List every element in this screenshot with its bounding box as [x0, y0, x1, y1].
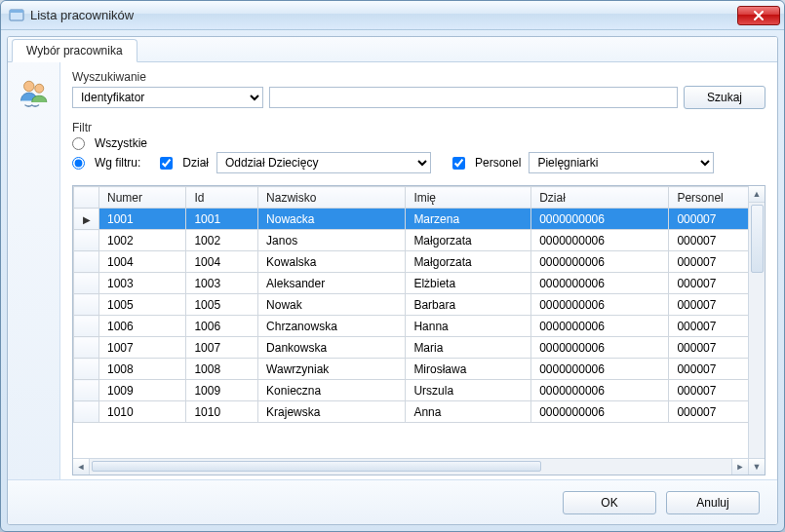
- filter-all-radio[interactable]: [72, 137, 85, 150]
- main-panel: Wyszukiwanie Identyfikator Szukaj Filtr …: [60, 62, 777, 479]
- row-indicator: [74, 251, 99, 273]
- cell-imie: Anna: [406, 401, 531, 423]
- personel-checkbox[interactable]: [452, 157, 465, 170]
- cell-nazwisko: Kowalska: [258, 251, 406, 273]
- hscroll-thumb[interactable]: [92, 461, 541, 472]
- search-button[interactable]: Szukaj: [684, 86, 765, 109]
- cell-numer: 1007: [99, 337, 186, 359]
- cell-imie: Maria: [406, 337, 531, 359]
- personel-checkbox-label: Personel: [475, 156, 521, 170]
- cell-dzial: 0000000006: [531, 316, 669, 337]
- sidebar: [8, 62, 60, 479]
- col-personel[interactable]: Personel: [669, 187, 748, 209]
- cell-id: 1002: [186, 230, 258, 251]
- dzial-checkbox-label: Dział: [182, 156, 209, 170]
- cell-id: 1001: [186, 209, 258, 230]
- cell-id: 1006: [186, 316, 258, 337]
- filter-by-radio[interactable]: [72, 157, 85, 170]
- cell-nazwisko: Janos: [258, 230, 406, 251]
- scroll-up-icon[interactable]: ▲: [749, 186, 765, 203]
- filter-all-label: Wszystkie: [95, 136, 147, 150]
- table-row[interactable]: 10101010KrajewskaAnna0000000006000007: [74, 401, 749, 423]
- horizontal-scrollbar[interactable]: ◄ ►: [73, 458, 748, 475]
- window: Lista pracowników Wybór pracownika: [0, 0, 785, 532]
- row-indicator: [74, 230, 99, 251]
- cell-numer: 1010: [99, 401, 186, 423]
- table-row[interactable]: 10041004KowalskaMałgorzata00000000060000…: [74, 251, 749, 273]
- svg-rect-1: [10, 10, 23, 13]
- tabbar: Wybór pracownika: [8, 37, 777, 62]
- cell-imie: Elżbieta: [406, 273, 531, 294]
- cell-imie: Małgorzata: [406, 230, 531, 251]
- cell-personel: 000007: [669, 401, 748, 423]
- tab-wybor-pracownika[interactable]: Wybór pracownika: [12, 39, 137, 62]
- cell-nazwisko: Aleksander: [258, 273, 406, 294]
- search-input[interactable]: [269, 87, 678, 108]
- cell-nazwisko: Chrzanowska: [258, 316, 406, 337]
- svg-point-3: [34, 84, 43, 93]
- employees-icon: [17, 76, 52, 479]
- cancel-button[interactable]: Anuluj: [666, 491, 760, 514]
- table-row[interactable]: 10031003AleksanderElżbieta00000000060000…: [74, 273, 749, 294]
- table-row[interactable]: 10011001NowackaMarzena0000000006000007: [74, 209, 749, 230]
- col-nazwisko[interactable]: Nazwisko: [258, 187, 406, 209]
- col-dzial[interactable]: Dział: [531, 187, 669, 209]
- search-field-select[interactable]: Identyfikator: [72, 87, 263, 108]
- vertical-scrollbar[interactable]: ▲ ▼: [748, 186, 765, 475]
- cell-numer: 1008: [99, 359, 186, 380]
- cell-id: 1009: [186, 380, 258, 401]
- cell-nazwisko: Dankowska: [258, 337, 406, 359]
- table-row[interactable]: 10091009KoniecznaUrszula0000000006000007: [74, 380, 749, 401]
- table-row[interactable]: 10051005NowakBarbara0000000006000007: [74, 294, 749, 316]
- row-indicator: [74, 209, 99, 230]
- table-row[interactable]: 10071007DankowskaMaria0000000006000007: [74, 337, 749, 359]
- table-row[interactable]: 10061006ChrzanowskaHanna0000000006000007: [74, 316, 749, 337]
- search-group-label: Wyszukiwanie: [72, 70, 765, 84]
- cell-numer: 1001: [99, 209, 186, 230]
- cell-nazwisko: Nowak: [258, 294, 406, 316]
- ok-button[interactable]: OK: [563, 491, 656, 514]
- cell-imie: Mirosława: [406, 359, 531, 380]
- cell-personel: 000007: [669, 337, 748, 359]
- app-icon: [9, 8, 24, 23]
- footer: OK Anuluj: [8, 479, 777, 524]
- dzial-checkbox[interactable]: [160, 157, 173, 170]
- employees-table-scroll[interactable]: Numer Id Nazwisko Imię Dział Personel 10…: [73, 186, 748, 458]
- col-id[interactable]: Id: [186, 187, 258, 209]
- cell-imie: Małgorzata: [406, 251, 531, 273]
- close-icon: [753, 10, 765, 21]
- cell-dzial: 0000000006: [531, 294, 669, 316]
- cell-numer: 1005: [99, 294, 186, 316]
- employees-table: Numer Id Nazwisko Imię Dział Personel 10…: [73, 186, 748, 423]
- cell-dzial: 0000000006: [531, 273, 669, 294]
- row-indicator: [74, 316, 99, 337]
- scroll-left-icon[interactable]: ◄: [73, 459, 90, 475]
- col-imie[interactable]: Imię: [406, 187, 531, 209]
- close-button[interactable]: [737, 6, 780, 25]
- scroll-right-icon[interactable]: ►: [731, 459, 748, 475]
- row-indicator: [74, 401, 99, 423]
- cell-id: 1005: [186, 294, 258, 316]
- cell-imie: Hanna: [406, 316, 531, 337]
- dzial-select[interactable]: Oddział Dziecięcy: [216, 152, 431, 173]
- personel-select[interactable]: Pielęgniarki: [529, 152, 714, 173]
- cell-personel: 000007: [669, 359, 748, 380]
- cell-personel: 000007: [669, 380, 748, 401]
- table-row[interactable]: 10021002JanosMałgorzata0000000006000007: [74, 230, 749, 251]
- cell-personel: 000007: [669, 273, 748, 294]
- svg-point-2: [23, 81, 34, 92]
- cell-nazwisko: Konieczna: [258, 380, 406, 401]
- vscroll-thumb[interactable]: [751, 205, 764, 273]
- cell-id: 1003: [186, 273, 258, 294]
- cell-numer: 1004: [99, 251, 186, 273]
- cell-nazwisko: Wawrzyniak: [258, 359, 406, 380]
- row-indicator: [74, 273, 99, 294]
- row-indicator: [74, 380, 99, 401]
- cell-dzial: 0000000006: [531, 209, 669, 230]
- scroll-down-icon[interactable]: ▼: [749, 458, 765, 475]
- table-row[interactable]: 10081008WawrzyniakMirosława0000000006000…: [74, 359, 749, 380]
- cell-imie: Marzena: [406, 209, 531, 230]
- cell-dzial: 0000000006: [531, 380, 669, 401]
- cell-numer: 1002: [99, 230, 186, 251]
- col-numer[interactable]: Numer: [99, 187, 186, 209]
